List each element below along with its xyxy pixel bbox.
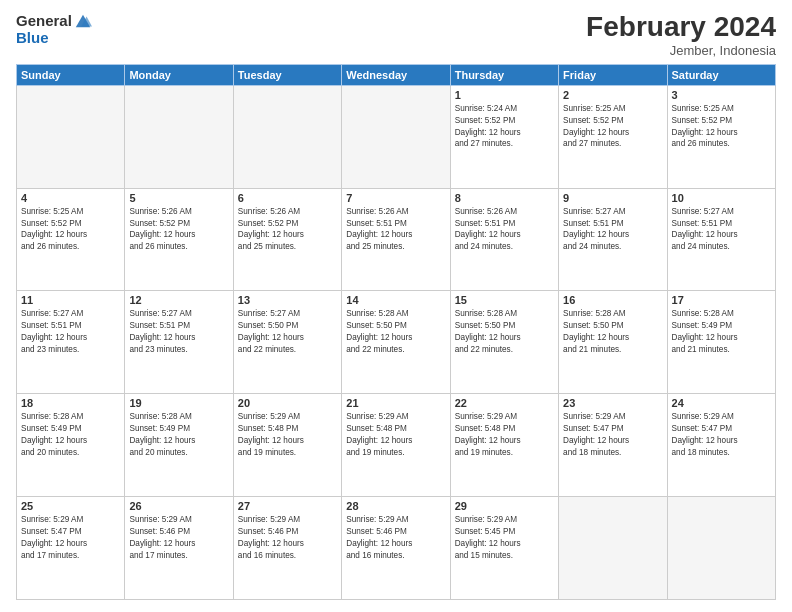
calendar-cell (17, 85, 125, 188)
calendar-cell (125, 85, 233, 188)
day-number: 8 (455, 192, 554, 204)
calendar-cell: 1Sunrise: 5:24 AM Sunset: 5:52 PM Daylig… (450, 85, 558, 188)
calendar-cell: 10Sunrise: 5:27 AM Sunset: 5:51 PM Dayli… (667, 188, 775, 291)
day-info: Sunrise: 5:29 AM Sunset: 5:46 PM Dayligh… (129, 514, 228, 562)
day-info: Sunrise: 5:29 AM Sunset: 5:48 PM Dayligh… (455, 411, 554, 459)
calendar-week-row: 11Sunrise: 5:27 AM Sunset: 5:51 PM Dayli… (17, 291, 776, 394)
day-info: Sunrise: 5:28 AM Sunset: 5:49 PM Dayligh… (21, 411, 120, 459)
day-number: 11 (21, 294, 120, 306)
day-number: 17 (672, 294, 771, 306)
calendar-cell: 29Sunrise: 5:29 AM Sunset: 5:45 PM Dayli… (450, 497, 558, 600)
calendar-cell: 24Sunrise: 5:29 AM Sunset: 5:47 PM Dayli… (667, 394, 775, 497)
calendar-cell: 8Sunrise: 5:26 AM Sunset: 5:51 PM Daylig… (450, 188, 558, 291)
day-info: Sunrise: 5:28 AM Sunset: 5:50 PM Dayligh… (455, 308, 554, 356)
day-number: 23 (563, 397, 662, 409)
calendar-cell (559, 497, 667, 600)
day-number: 12 (129, 294, 228, 306)
day-info: Sunrise: 5:25 AM Sunset: 5:52 PM Dayligh… (21, 206, 120, 254)
day-number: 21 (346, 397, 445, 409)
day-info: Sunrise: 5:29 AM Sunset: 5:46 PM Dayligh… (346, 514, 445, 562)
calendar-cell: 28Sunrise: 5:29 AM Sunset: 5:46 PM Dayli… (342, 497, 450, 600)
page: General Blue February 2024 Jember, Indon… (0, 0, 792, 612)
day-info: Sunrise: 5:25 AM Sunset: 5:52 PM Dayligh… (672, 103, 771, 151)
calendar-cell (233, 85, 341, 188)
calendar-cell: 3Sunrise: 5:25 AM Sunset: 5:52 PM Daylig… (667, 85, 775, 188)
day-number: 14 (346, 294, 445, 306)
day-info: Sunrise: 5:26 AM Sunset: 5:52 PM Dayligh… (238, 206, 337, 254)
header: General Blue February 2024 Jember, Indon… (16, 12, 776, 58)
day-info: Sunrise: 5:28 AM Sunset: 5:49 PM Dayligh… (129, 411, 228, 459)
day-info: Sunrise: 5:27 AM Sunset: 5:51 PM Dayligh… (129, 308, 228, 356)
day-info: Sunrise: 5:24 AM Sunset: 5:52 PM Dayligh… (455, 103, 554, 151)
day-number: 7 (346, 192, 445, 204)
weekday-header: Monday (125, 64, 233, 85)
weekday-header: Saturday (667, 64, 775, 85)
day-info: Sunrise: 5:26 AM Sunset: 5:51 PM Dayligh… (346, 206, 445, 254)
day-info: Sunrise: 5:29 AM Sunset: 5:47 PM Dayligh… (672, 411, 771, 459)
day-info: Sunrise: 5:27 AM Sunset: 5:51 PM Dayligh… (563, 206, 662, 254)
logo-general: General (16, 13, 72, 30)
calendar-cell: 19Sunrise: 5:28 AM Sunset: 5:49 PM Dayli… (125, 394, 233, 497)
calendar-cell: 18Sunrise: 5:28 AM Sunset: 5:49 PM Dayli… (17, 394, 125, 497)
day-info: Sunrise: 5:27 AM Sunset: 5:50 PM Dayligh… (238, 308, 337, 356)
day-info: Sunrise: 5:26 AM Sunset: 5:51 PM Dayligh… (455, 206, 554, 254)
calendar-cell: 6Sunrise: 5:26 AM Sunset: 5:52 PM Daylig… (233, 188, 341, 291)
calendar-cell: 5Sunrise: 5:26 AM Sunset: 5:52 PM Daylig… (125, 188, 233, 291)
calendar-cell: 15Sunrise: 5:28 AM Sunset: 5:50 PM Dayli… (450, 291, 558, 394)
day-number: 1 (455, 89, 554, 101)
day-number: 13 (238, 294, 337, 306)
day-info: Sunrise: 5:29 AM Sunset: 5:48 PM Dayligh… (238, 411, 337, 459)
day-info: Sunrise: 5:27 AM Sunset: 5:51 PM Dayligh… (21, 308, 120, 356)
day-info: Sunrise: 5:29 AM Sunset: 5:47 PM Dayligh… (21, 514, 120, 562)
calendar-week-row: 1Sunrise: 5:24 AM Sunset: 5:52 PM Daylig… (17, 85, 776, 188)
day-number: 6 (238, 192, 337, 204)
day-number: 15 (455, 294, 554, 306)
day-number: 24 (672, 397, 771, 409)
calendar-cell: 2Sunrise: 5:25 AM Sunset: 5:52 PM Daylig… (559, 85, 667, 188)
day-number: 20 (238, 397, 337, 409)
calendar-week-row: 25Sunrise: 5:29 AM Sunset: 5:47 PM Dayli… (17, 497, 776, 600)
calendar-cell: 23Sunrise: 5:29 AM Sunset: 5:47 PM Dayli… (559, 394, 667, 497)
day-number: 26 (129, 500, 228, 512)
day-number: 18 (21, 397, 120, 409)
title-block: February 2024 Jember, Indonesia (586, 12, 776, 58)
day-number: 4 (21, 192, 120, 204)
day-info: Sunrise: 5:28 AM Sunset: 5:50 PM Dayligh… (346, 308, 445, 356)
day-number: 29 (455, 500, 554, 512)
day-info: Sunrise: 5:29 AM Sunset: 5:46 PM Dayligh… (238, 514, 337, 562)
day-number: 25 (21, 500, 120, 512)
weekday-header: Thursday (450, 64, 558, 85)
day-number: 3 (672, 89, 771, 101)
weekday-header: Tuesday (233, 64, 341, 85)
day-number: 27 (238, 500, 337, 512)
weekday-header: Wednesday (342, 64, 450, 85)
calendar-cell (667, 497, 775, 600)
day-number: 19 (129, 397, 228, 409)
day-number: 22 (455, 397, 554, 409)
calendar-cell: 20Sunrise: 5:29 AM Sunset: 5:48 PM Dayli… (233, 394, 341, 497)
month-title: February 2024 (586, 12, 776, 43)
calendar-cell (342, 85, 450, 188)
day-number: 10 (672, 192, 771, 204)
calendar-cell: 25Sunrise: 5:29 AM Sunset: 5:47 PM Dayli… (17, 497, 125, 600)
calendar-week-row: 4Sunrise: 5:25 AM Sunset: 5:52 PM Daylig… (17, 188, 776, 291)
weekday-header-row: SundayMondayTuesdayWednesdayThursdayFrid… (17, 64, 776, 85)
weekday-header: Friday (559, 64, 667, 85)
logo-icon (74, 12, 92, 30)
day-info: Sunrise: 5:28 AM Sunset: 5:50 PM Dayligh… (563, 308, 662, 356)
calendar-cell: 16Sunrise: 5:28 AM Sunset: 5:50 PM Dayli… (559, 291, 667, 394)
calendar-cell: 13Sunrise: 5:27 AM Sunset: 5:50 PM Dayli… (233, 291, 341, 394)
calendar-cell: 14Sunrise: 5:28 AM Sunset: 5:50 PM Dayli… (342, 291, 450, 394)
day-info: Sunrise: 5:26 AM Sunset: 5:52 PM Dayligh… (129, 206, 228, 254)
day-info: Sunrise: 5:25 AM Sunset: 5:52 PM Dayligh… (563, 103, 662, 151)
calendar-cell: 22Sunrise: 5:29 AM Sunset: 5:48 PM Dayli… (450, 394, 558, 497)
calendar-cell: 17Sunrise: 5:28 AM Sunset: 5:49 PM Dayli… (667, 291, 775, 394)
day-number: 5 (129, 192, 228, 204)
calendar-cell: 21Sunrise: 5:29 AM Sunset: 5:48 PM Dayli… (342, 394, 450, 497)
day-info: Sunrise: 5:28 AM Sunset: 5:49 PM Dayligh… (672, 308, 771, 356)
calendar-cell: 7Sunrise: 5:26 AM Sunset: 5:51 PM Daylig… (342, 188, 450, 291)
calendar-cell: 27Sunrise: 5:29 AM Sunset: 5:46 PM Dayli… (233, 497, 341, 600)
calendar-cell: 9Sunrise: 5:27 AM Sunset: 5:51 PM Daylig… (559, 188, 667, 291)
day-info: Sunrise: 5:29 AM Sunset: 5:45 PM Dayligh… (455, 514, 554, 562)
location: Jember, Indonesia (586, 43, 776, 58)
